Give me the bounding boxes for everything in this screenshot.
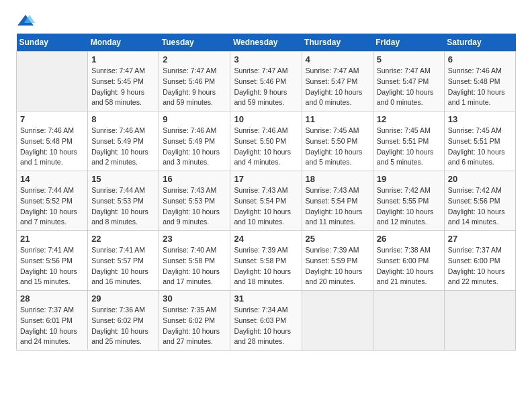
day-number: 18 [306, 174, 369, 184]
day-info: Sunrise: 7:39 AMSunset: 5:59 PMDaylight:… [306, 245, 369, 287]
day-number: 1 [91, 54, 155, 64]
calendar-cell [302, 291, 373, 351]
day-info: Sunrise: 7:46 AMSunset: 5:49 PMDaylight:… [163, 126, 226, 168]
column-header-sunday: Sunday [17, 34, 88, 52]
day-number: 25 [306, 234, 369, 244]
day-info: Sunrise: 7:45 AMSunset: 5:50 PMDaylight:… [306, 126, 369, 168]
day-number: 7 [20, 114, 84, 124]
day-info: Sunrise: 7:45 AMSunset: 5:51 PMDaylight:… [377, 126, 441, 168]
page-header [16, 13, 516, 28]
calendar-week-row: 14Sunrise: 7:44 AMSunset: 5:52 PMDayligh… [17, 171, 516, 231]
calendar-cell: 23Sunrise: 7:40 AMSunset: 5:58 PMDayligh… [159, 231, 230, 291]
day-info: Sunrise: 7:41 AMSunset: 5:57 PMDaylight:… [91, 245, 155, 287]
calendar-table: SundayMondayTuesdayWednesdayThursdayFrid… [16, 34, 516, 351]
day-number: 27 [448, 234, 512, 244]
calendar-cell: 6Sunrise: 7:46 AMSunset: 5:48 PMDaylight… [444, 52, 515, 111]
day-info: Sunrise: 7:43 AMSunset: 5:53 PMDaylight:… [163, 185, 226, 228]
calendar-cell: 30Sunrise: 7:35 AMSunset: 6:02 PMDayligh… [159, 291, 230, 351]
day-number: 13 [448, 114, 512, 124]
day-info: Sunrise: 7:34 AMSunset: 6:03 PMDaylight:… [234, 305, 298, 347]
day-number: 30 [163, 293, 226, 304]
column-header-saturday: Saturday [444, 34, 515, 52]
day-number: 4 [306, 54, 369, 64]
day-number: 10 [234, 114, 298, 124]
day-number: 24 [234, 234, 298, 244]
column-header-wednesday: Wednesday [230, 34, 302, 52]
calendar-cell: 24Sunrise: 7:39 AMSunset: 5:58 PMDayligh… [230, 231, 302, 291]
calendar-cell: 26Sunrise: 7:38 AMSunset: 6:00 PMDayligh… [373, 231, 444, 291]
day-info: Sunrise: 7:38 AMSunset: 6:00 PMDaylight:… [377, 245, 441, 287]
calendar-cell: 12Sunrise: 7:45 AMSunset: 5:51 PMDayligh… [373, 111, 444, 171]
day-info: Sunrise: 7:43 AMSunset: 5:54 PMDaylight:… [306, 185, 369, 228]
day-info: Sunrise: 7:42 AMSunset: 5:56 PMDaylight:… [448, 185, 512, 228]
column-header-tuesday: Tuesday [159, 34, 230, 52]
calendar-cell: 2Sunrise: 7:47 AMSunset: 5:46 PMDaylight… [159, 52, 230, 111]
day-info: Sunrise: 7:46 AMSunset: 5:48 PMDaylight:… [20, 126, 84, 168]
calendar-cell: 11Sunrise: 7:45 AMSunset: 5:50 PMDayligh… [302, 111, 373, 171]
calendar-cell: 29Sunrise: 7:36 AMSunset: 6:02 PMDayligh… [88, 291, 159, 351]
day-number: 8 [91, 114, 155, 124]
day-number: 19 [377, 174, 441, 184]
day-info: Sunrise: 7:41 AMSunset: 5:56 PMDaylight:… [20, 245, 84, 287]
day-number: 14 [20, 174, 84, 184]
calendar-cell: 13Sunrise: 7:45 AMSunset: 5:51 PMDayligh… [444, 111, 515, 171]
day-info: Sunrise: 7:40 AMSunset: 5:58 PMDaylight:… [163, 245, 226, 287]
day-number: 15 [91, 174, 155, 184]
day-number: 21 [20, 234, 84, 244]
calendar-cell: 4Sunrise: 7:47 AMSunset: 5:47 PMDaylight… [302, 52, 373, 111]
calendar-week-row: 21Sunrise: 7:41 AMSunset: 5:56 PMDayligh… [17, 231, 516, 291]
calendar-week-row: 28Sunrise: 7:37 AMSunset: 6:01 PMDayligh… [17, 291, 516, 351]
day-number: 31 [234, 293, 298, 304]
day-info: Sunrise: 7:46 AMSunset: 5:50 PMDaylight:… [234, 126, 298, 168]
day-number: 11 [306, 114, 369, 124]
calendar-cell: 16Sunrise: 7:43 AMSunset: 5:53 PMDayligh… [159, 171, 230, 231]
column-header-monday: Monday [88, 34, 159, 52]
calendar-cell: 19Sunrise: 7:42 AMSunset: 5:55 PMDayligh… [373, 171, 444, 231]
day-info: Sunrise: 7:44 AMSunset: 5:53 PMDaylight:… [91, 185, 155, 228]
logo-icon [16, 13, 35, 28]
day-number: 12 [377, 114, 441, 124]
calendar-cell: 27Sunrise: 7:37 AMSunset: 6:00 PMDayligh… [444, 231, 515, 291]
day-number: 29 [91, 293, 155, 304]
day-info: Sunrise: 7:47 AMSunset: 5:46 PMDaylight:… [163, 66, 226, 108]
column-header-friday: Friday [373, 34, 444, 52]
calendar-cell: 18Sunrise: 7:43 AMSunset: 5:54 PMDayligh… [302, 171, 373, 231]
calendar-cell: 10Sunrise: 7:46 AMSunset: 5:50 PMDayligh… [230, 111, 302, 171]
day-number: 3 [234, 54, 298, 64]
calendar-header-row: SundayMondayTuesdayWednesdayThursdayFrid… [17, 34, 516, 52]
day-number: 22 [91, 234, 155, 244]
day-number: 20 [448, 174, 512, 184]
column-header-thursday: Thursday [302, 34, 373, 52]
day-number: 26 [377, 234, 441, 244]
calendar-week-row: 7Sunrise: 7:46 AMSunset: 5:48 PMDaylight… [17, 111, 516, 171]
day-info: Sunrise: 7:43 AMSunset: 5:54 PMDaylight:… [234, 185, 298, 228]
calendar-cell [373, 291, 444, 351]
day-info: Sunrise: 7:35 AMSunset: 6:02 PMDaylight:… [163, 305, 226, 347]
day-info: Sunrise: 7:37 AMSunset: 6:01 PMDaylight:… [20, 305, 84, 347]
calendar-cell: 7Sunrise: 7:46 AMSunset: 5:48 PMDaylight… [17, 111, 88, 171]
day-number: 16 [163, 174, 226, 184]
day-number: 6 [448, 54, 512, 64]
logo [16, 13, 38, 28]
day-info: Sunrise: 7:37 AMSunset: 6:00 PMDaylight:… [448, 245, 512, 287]
day-info: Sunrise: 7:46 AMSunset: 5:49 PMDaylight:… [91, 126, 155, 168]
day-number: 17 [234, 174, 298, 184]
day-info: Sunrise: 7:44 AMSunset: 5:52 PMDaylight:… [20, 185, 84, 228]
day-number: 9 [163, 114, 226, 124]
calendar-cell: 1Sunrise: 7:47 AMSunset: 5:45 PMDaylight… [88, 52, 159, 111]
day-info: Sunrise: 7:42 AMSunset: 5:55 PMDaylight:… [377, 185, 441, 228]
day-number: 28 [20, 293, 84, 304]
calendar-cell: 9Sunrise: 7:46 AMSunset: 5:49 PMDaylight… [159, 111, 230, 171]
calendar-cell: 15Sunrise: 7:44 AMSunset: 5:53 PMDayligh… [88, 171, 159, 231]
calendar-week-row: 1Sunrise: 7:47 AMSunset: 5:45 PMDaylight… [17, 52, 516, 111]
day-info: Sunrise: 7:46 AMSunset: 5:48 PMDaylight:… [448, 66, 512, 108]
day-info: Sunrise: 7:39 AMSunset: 5:58 PMDaylight:… [234, 245, 298, 287]
calendar-cell: 20Sunrise: 7:42 AMSunset: 5:56 PMDayligh… [444, 171, 515, 231]
day-info: Sunrise: 7:47 AMSunset: 5:47 PMDaylight:… [306, 66, 369, 108]
calendar-cell: 25Sunrise: 7:39 AMSunset: 5:59 PMDayligh… [302, 231, 373, 291]
day-info: Sunrise: 7:47 AMSunset: 5:47 PMDaylight:… [377, 66, 441, 108]
day-info: Sunrise: 7:47 AMSunset: 5:46 PMDaylight:… [234, 66, 298, 108]
calendar-cell: 14Sunrise: 7:44 AMSunset: 5:52 PMDayligh… [17, 171, 88, 231]
calendar-cell [17, 52, 88, 111]
calendar-cell: 28Sunrise: 7:37 AMSunset: 6:01 PMDayligh… [17, 291, 88, 351]
